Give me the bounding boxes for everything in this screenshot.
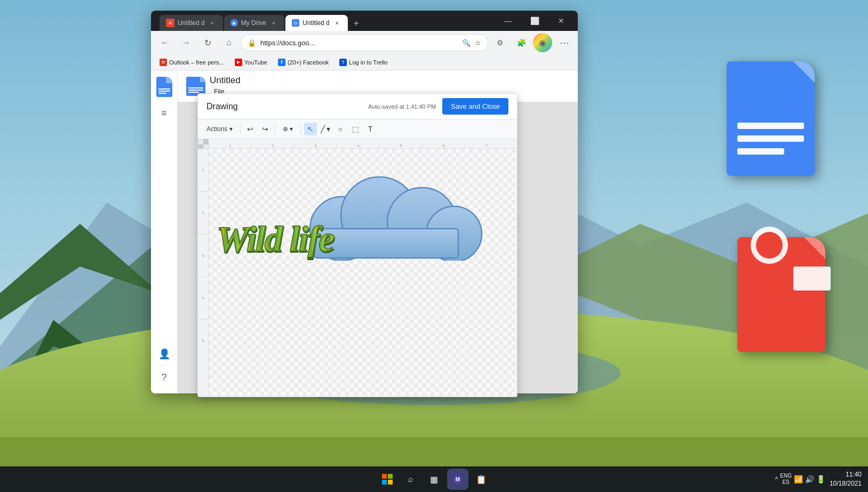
address-text: https://docs.goo...: [260, 39, 458, 47]
window-controls: — ⬜ ✕: [496, 11, 574, 31]
taskbar-date: 10/18/2021: [830, 479, 862, 488]
wild-life-text: Wild life: [217, 221, 333, 257]
settings-button[interactable]: ⚙: [490, 33, 509, 52]
undo-button[interactable]: ↩: [244, 123, 257, 135]
docs-account-icon[interactable]: 👤: [155, 344, 174, 364]
taskbar-battery-icon: 🔋: [816, 475, 825, 483]
bookmark-youtube[interactable]: ▶ YouTube: [230, 56, 272, 69]
image-tool-button[interactable]: ⬚: [349, 123, 362, 135]
windows-logo-icon: [382, 474, 393, 485]
trello-label: Log in to Trello: [349, 59, 387, 66]
taskbar-tray: ^ ENGES 📶 🔊 🔋: [775, 473, 825, 486]
meet-icon: M: [452, 474, 463, 485]
taskbar-chevron[interactable]: ^: [775, 475, 778, 483]
tab-1[interactable]: A Untitled d ×: [160, 15, 223, 31]
docs-icon-body: [727, 61, 815, 176]
docs-sidebar: ≡ 👤 ?: [151, 70, 178, 393]
slides-icon-content: [745, 221, 833, 291]
taskbar-wifi-icon: 📶: [794, 475, 803, 483]
toolbar-separator-3: [300, 124, 301, 134]
toolbar-separator-1: [240, 124, 241, 134]
home-button[interactable]: ⌂: [219, 33, 238, 52]
start-button[interactable]: [377, 469, 398, 490]
back-button[interactable]: ←: [155, 33, 174, 52]
text-tool-button[interactable]: T: [364, 123, 377, 135]
docs-logo: [156, 77, 172, 97]
taskbar-sound-icon: 🔊: [805, 475, 814, 483]
profile-button[interactable]: ◉: [533, 33, 552, 52]
floating-docs-icon: [727, 61, 825, 200]
svg-rect-16: [382, 480, 387, 485]
nav-bar: ← → ↻ ⌂ 🔒 https://docs.goo... 🔍 ☆ ⚙ 🧩 ◉ …: [151, 31, 578, 54]
slides-rect: [793, 267, 831, 291]
menu-button[interactable]: ⋯: [554, 33, 574, 52]
trello-favicon: T: [339, 59, 347, 66]
line-tool-button[interactable]: ╱ ▾: [319, 123, 332, 135]
facebook-label: (20+) Facebook: [288, 59, 329, 66]
tab-2-favicon: ◉: [230, 19, 238, 27]
svg-rect-13: [314, 229, 458, 258]
docs-menu-icon[interactable]: ≡: [155, 103, 174, 123]
taskbar: ⌕ ▦ M 📋 ^ ENGES 📶 🔊 🔋 11:40 10/18/2021: [0, 466, 868, 492]
close-button[interactable]: ✕: [549, 11, 574, 31]
tab-3-favicon: D: [292, 19, 299, 27]
outlook-favicon: O: [160, 59, 167, 66]
docs-help-icon[interactable]: ?: [155, 368, 174, 387]
taskbar-search-button[interactable]: ⌕: [400, 469, 421, 490]
forward-button[interactable]: →: [177, 33, 196, 52]
drawing-title: Drawing: [206, 102, 362, 111]
bookmark-trello[interactable]: T Log in to Trello: [335, 56, 392, 69]
svg-rect-14: [382, 474, 387, 479]
refresh-button[interactable]: ↻: [198, 33, 217, 52]
docs-line-1: [737, 123, 804, 129]
ruler-vertical: 1 2 3 4 5: [198, 149, 209, 397]
tab-2[interactable]: ◉ My Drive ×: [224, 15, 284, 31]
drawing-autosave: Auto-saved at 1:41:40 PM: [368, 103, 436, 110]
slides-main-circle: [751, 227, 788, 264]
tab-3-close[interactable]: ×: [333, 19, 341, 27]
shape-tool-button[interactable]: ○: [334, 123, 347, 135]
lock-icon: 🔒: [248, 39, 256, 47]
taskbar-center: ⌕ ▦ M 📋: [377, 469, 492, 490]
taskbar-notes-button[interactable]: 📋: [471, 469, 492, 490]
docs-line-2: [737, 135, 804, 142]
tab-3-label: Untitled d: [302, 19, 330, 27]
maximize-button[interactable]: ⬜: [522, 11, 547, 31]
svg-rect-15: [388, 474, 393, 479]
docs-icon-lines: [737, 123, 804, 155]
address-bar[interactable]: 🔒 https://docs.goo... 🔍 ☆: [241, 34, 488, 51]
tab-2-label: My Drive: [241, 19, 266, 27]
extensions-button[interactable]: 🧩: [512, 33, 531, 52]
actions-button[interactable]: Actions ▾: [202, 122, 237, 136]
tab-bar: A Untitled d × ◉ My Drive × D Untitled d…: [155, 11, 493, 31]
drawing-dialog: Drawing Auto-saved at 1:41:40 PM Save an…: [197, 93, 517, 397]
docs-icon-corner: [793, 61, 815, 83]
floating-slides-icon: [737, 237, 841, 376]
bookmark-facebook[interactable]: f (20+) Facebook: [274, 56, 333, 69]
wildife-text-content: Wild life: [217, 221, 333, 257]
slides-icon-body: [737, 237, 825, 352]
tab-3[interactable]: D Untitled d ×: [285, 15, 348, 31]
docs-line-3: [737, 148, 784, 155]
drawing-canvas[interactable]: 1 2 3 4 5 6 7 1 2 3 4 5: [198, 139, 517, 397]
tab-add-button[interactable]: +: [349, 16, 364, 31]
redo-button[interactable]: ↪: [259, 123, 272, 135]
svg-text:M: M: [455, 477, 459, 482]
taskbar-widgets-button[interactable]: ▦: [424, 469, 445, 490]
bookmark-outlook[interactable]: O Outlook – free pers...: [155, 56, 228, 69]
tab-1-close[interactable]: ×: [208, 19, 217, 27]
tab-2-close[interactable]: ×: [269, 19, 278, 27]
toolbar-separator-2: [275, 124, 275, 134]
youtube-label: YouTube: [244, 59, 267, 66]
zoom-button[interactable]: ⊕ ▾: [278, 122, 297, 136]
tab-1-favicon: A: [166, 19, 174, 27]
title-bar: A Untitled d × ◉ My Drive × D Untitled d…: [151, 11, 578, 31]
taskbar-meet-button[interactable]: M: [447, 469, 468, 490]
star-icon[interactable]: ☆: [475, 39, 481, 47]
docs-filename: Untitled: [210, 75, 241, 86]
select-tool-button[interactable]: ↖: [304, 123, 317, 135]
save-close-button[interactable]: Save and Close: [442, 98, 508, 115]
canvas-white-area[interactable]: Wild life: [209, 149, 517, 397]
taskbar-clock[interactable]: 11:40 10/18/2021: [830, 470, 862, 488]
minimize-button[interactable]: —: [496, 11, 520, 31]
